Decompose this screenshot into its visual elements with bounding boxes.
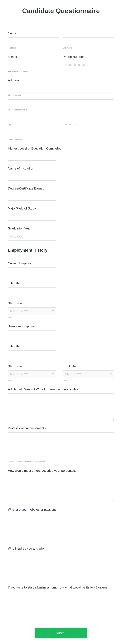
start-date-label-2: Start Date (8, 364, 59, 368)
personality-textarea[interactable] (8, 475, 114, 501)
grad-year-group: Graduation Year (8, 226, 114, 240)
job-title-label-1: Job Title (8, 282, 114, 285)
additional-experience-textarea[interactable] (8, 394, 114, 420)
start-date-sub-2: Date (8, 379, 59, 382)
achievements-label: Professional Achievements (8, 426, 114, 430)
contact-group: E-mail example@example.com Phone Number (8, 55, 114, 72)
inspires-group: Who inspires you and why: (8, 547, 114, 580)
name-group: Name First Name Last Name (8, 32, 114, 49)
major-group: Major/Field of Study (8, 206, 114, 220)
employment-heading: Employment History (8, 248, 114, 256)
page-title: Candidate Questionnaire (0, 7, 122, 15)
additional-experience-label: Additional Relevant Work Experience (if … (8, 388, 114, 391)
education-level-input[interactable] (8, 153, 56, 160)
last-name-input[interactable] (63, 38, 114, 45)
city-input[interactable] (8, 114, 59, 122)
institution-input[interactable] (8, 173, 56, 180)
end-date-sub: Date (63, 379, 114, 382)
job-title-input-2[interactable] (8, 350, 56, 358)
date-placeholder-text: MM-DD-YYYY (10, 310, 28, 313)
major-label: Major/Field of Study (8, 206, 114, 210)
end-date-label: End Date (63, 364, 114, 368)
personality-group: How would most others describe your pers… (8, 469, 114, 502)
phone-label: Phone Number (63, 55, 114, 59)
inspires-textarea[interactable] (8, 553, 114, 579)
street2-input[interactable] (8, 100, 114, 107)
start-date-group-1: Start Date MM-DD-YYYY Date (8, 302, 114, 318)
grad-year-label: Graduation Year (8, 226, 114, 230)
state-input[interactable] (63, 114, 114, 122)
postal-sublabel: Postal / Zip Code (8, 138, 114, 140)
education-level-label: Highest Level of Education Completed (8, 147, 114, 150)
job-title-group-2: Job Title (8, 344, 114, 358)
address-label: Address (8, 78, 114, 82)
phone-input[interactable] (63, 61, 114, 69)
previous-employer-input[interactable] (8, 330, 56, 338)
business-values-label: If you were to start a business tomorrow… (8, 586, 114, 589)
address-group: Address Street Address Street Address Li… (8, 78, 114, 140)
hobbies-group: What are your hobbies or passions: (8, 508, 114, 541)
major-input[interactable] (8, 213, 56, 220)
inspires-label: Who inspires you and why: (8, 547, 114, 550)
job-title-group-1: Job Title (8, 282, 114, 295)
postal-input[interactable] (8, 129, 114, 137)
achievements-group: Professional Achievements Awards, Honors… (8, 426, 114, 463)
grad-year-input[interactable] (8, 233, 56, 240)
date-placeholder-text: MM-DD-YYYY (10, 372, 28, 376)
first-name-sublabel: First Name (8, 47, 59, 49)
current-employer-input[interactable] (8, 268, 56, 276)
start-date-input-2[interactable]: MM-DD-YYYY (8, 370, 56, 378)
date-range-group: Start Date MM-DD-YYYY Date End Date MM-D… (8, 364, 114, 382)
email-label: E-mail (8, 55, 59, 59)
additional-experience-group: Additional Relevant Work Experience (if … (8, 388, 114, 420)
degree-label: Degree/Certificate Earned (8, 186, 114, 190)
previous-employer-group: Previous Employer (8, 324, 114, 338)
city-sublabel: City (8, 124, 59, 126)
business-values-group: If you were to start a business tomorrow… (8, 586, 114, 618)
degree-group: Degree/Certificate Earned (8, 186, 114, 200)
form-body: Name First Name Last Name E-mail example… (0, 20, 122, 644)
hobbies-textarea[interactable] (8, 514, 114, 540)
institution-label: Name of Institution (8, 166, 114, 170)
submit-button[interactable]: Submit (35, 628, 87, 638)
start-date-input-1[interactable]: MM-DD-YYYY (8, 308, 56, 315)
job-title-input-1[interactable] (8, 288, 56, 295)
email-sublabel: example@example.com (8, 70, 59, 72)
state-sublabel: State / Province (63, 124, 114, 126)
form-header: Candidate Questionnaire (0, 0, 122, 20)
achievements-textarea[interactable] (8, 432, 114, 459)
start-date-sub-1: Date (8, 316, 114, 318)
street2-sublabel: Street Address Line 2 (8, 109, 114, 111)
achievements-sublabel: Awards, Honors, or Recognitions Received (8, 460, 114, 463)
end-date-input[interactable]: MM-DD-YYYY (63, 370, 114, 378)
previous-employer-label: Previous Employer (8, 324, 114, 328)
street-sublabel: Street Address (8, 94, 114, 96)
last-name-sublabel: Last Name (63, 47, 114, 49)
current-employer-label: Current Employer (8, 262, 114, 265)
job-title-label-2: Job Title (8, 344, 114, 348)
email-input[interactable] (8, 61, 59, 69)
education-level-group: Highest Level of Education Completed (8, 147, 114, 160)
personality-label: How would most others describe your pers… (8, 469, 114, 472)
name-label: Name (8, 32, 114, 35)
business-values-textarea[interactable] (8, 592, 114, 618)
street-input[interactable] (8, 84, 114, 92)
date-placeholder-text: MM-DD-YYYY (65, 372, 83, 376)
first-name-input[interactable] (8, 38, 59, 45)
start-date-label-1: Start Date (8, 302, 114, 305)
degree-input[interactable] (8, 193, 56, 200)
institution-group: Name of Institution (8, 166, 114, 180)
hobbies-label: What are your hobbies or passions: (8, 508, 114, 512)
current-employer-group: Current Employer (8, 262, 114, 276)
